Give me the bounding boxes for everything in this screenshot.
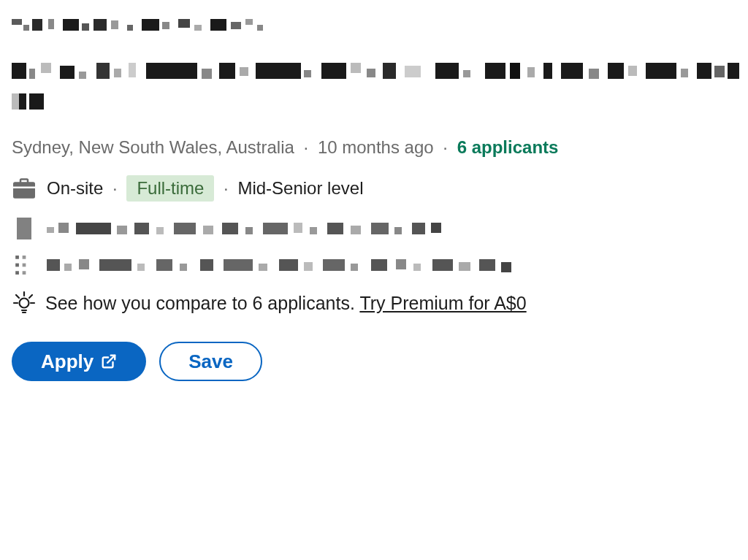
svg-rect-12 xyxy=(194,25,202,31)
svg-rect-27 xyxy=(219,63,235,79)
svg-rect-73 xyxy=(431,223,441,233)
posted-time: 10 months ago xyxy=(318,137,434,157)
job-workplace-row: On-site · Full-time · Mid-Senior level xyxy=(12,175,736,202)
company-info-row xyxy=(12,218,736,239)
separator-dot: · xyxy=(304,137,309,157)
svg-rect-42 xyxy=(561,63,583,79)
svg-rect-28 xyxy=(240,67,248,76)
svg-rect-32 xyxy=(351,63,361,73)
svg-rect-29 xyxy=(256,63,301,79)
svg-rect-100 xyxy=(501,262,511,272)
svg-rect-24 xyxy=(129,63,136,77)
svg-rect-30 xyxy=(304,70,311,77)
svg-rect-61 xyxy=(174,223,196,234)
svg-rect-86 xyxy=(180,264,187,271)
svg-rect-17 xyxy=(12,63,26,79)
svg-rect-34 xyxy=(383,63,396,79)
svg-rect-93 xyxy=(351,264,358,271)
svg-rect-21 xyxy=(79,72,86,79)
svg-rect-31 xyxy=(321,63,346,79)
svg-rect-74 xyxy=(15,256,19,259)
svg-rect-87 xyxy=(200,259,213,271)
svg-rect-7 xyxy=(111,20,118,29)
svg-line-102 xyxy=(29,295,32,298)
svg-rect-20 xyxy=(60,66,75,79)
separator-dot: · xyxy=(443,137,448,157)
job-location: Sydney, New South Wales, Australia xyxy=(12,137,294,157)
svg-rect-96 xyxy=(413,264,421,271)
save-button[interactable]: Save xyxy=(159,342,262,381)
svg-rect-43 xyxy=(589,69,599,79)
separator-dot: · xyxy=(224,178,229,198)
svg-rect-45 xyxy=(628,66,637,76)
svg-rect-79 xyxy=(23,271,26,275)
applicant-count: 6 applicants xyxy=(457,137,559,157)
svg-rect-91 xyxy=(304,262,313,271)
svg-rect-9 xyxy=(142,19,159,31)
svg-rect-39 xyxy=(510,63,520,79)
svg-rect-66 xyxy=(294,223,302,233)
premium-link[interactable]: Try Premium for A$0 xyxy=(359,293,526,313)
svg-rect-37 xyxy=(463,70,470,77)
skills-redacted xyxy=(47,258,514,272)
svg-rect-23 xyxy=(114,69,121,77)
svg-rect-67 xyxy=(310,227,317,234)
company-info-redacted xyxy=(47,221,456,236)
svg-rect-62 xyxy=(203,226,213,234)
svg-rect-90 xyxy=(279,259,298,271)
svg-rect-98 xyxy=(459,262,470,271)
svg-rect-76 xyxy=(15,271,19,275)
apply-button[interactable]: Apply xyxy=(12,342,146,381)
svg-rect-8 xyxy=(127,25,133,31)
workplace-type: On-site xyxy=(47,178,103,198)
svg-rect-94 xyxy=(371,259,387,271)
svg-rect-22 xyxy=(96,63,110,79)
svg-rect-2 xyxy=(32,19,42,31)
svg-rect-59 xyxy=(134,223,149,234)
svg-rect-4 xyxy=(63,19,79,31)
svg-rect-95 xyxy=(396,259,406,269)
job-meta-line: Sydney, New South Wales, Australia · 10 … xyxy=(12,137,736,158)
svg-rect-38 xyxy=(485,63,505,79)
svg-rect-15 xyxy=(245,19,253,25)
svg-rect-68 xyxy=(327,223,343,234)
svg-rect-50 xyxy=(728,63,739,79)
svg-line-109 xyxy=(107,356,115,363)
svg-rect-46 xyxy=(646,63,676,79)
svg-rect-44 xyxy=(608,63,624,79)
list-icon xyxy=(12,256,37,275)
building-icon xyxy=(12,218,37,239)
svg-rect-36 xyxy=(435,63,459,79)
svg-rect-84 xyxy=(137,264,145,271)
job-title-redacted xyxy=(12,63,736,117)
apply-label: Apply xyxy=(41,352,94,371)
svg-rect-80 xyxy=(47,259,60,271)
lightbulb-icon xyxy=(12,291,37,315)
employment-type-pill: Full-time xyxy=(126,175,214,202)
svg-rect-33 xyxy=(367,69,375,77)
svg-point-106 xyxy=(20,299,29,308)
svg-rect-72 xyxy=(412,223,425,234)
premium-text: See how you compare to 6 applicants. xyxy=(45,293,355,313)
save-label: Save xyxy=(188,352,233,371)
svg-rect-64 xyxy=(245,227,253,234)
svg-line-101 xyxy=(16,295,19,298)
svg-rect-1 xyxy=(23,25,29,31)
svg-rect-5 xyxy=(82,23,89,31)
svg-rect-83 xyxy=(99,259,131,271)
svg-rect-82 xyxy=(79,259,89,269)
svg-rect-54 xyxy=(29,93,44,110)
svg-rect-49 xyxy=(714,66,725,77)
svg-rect-77 xyxy=(23,256,26,259)
svg-rect-48 xyxy=(697,63,711,79)
svg-rect-3 xyxy=(48,19,54,29)
svg-rect-75 xyxy=(15,264,19,267)
svg-rect-60 xyxy=(156,227,164,234)
svg-rect-78 xyxy=(23,264,26,267)
svg-rect-81 xyxy=(64,264,72,271)
svg-rect-47 xyxy=(681,69,688,77)
svg-rect-25 xyxy=(146,63,197,79)
svg-rect-53 xyxy=(12,93,19,110)
svg-rect-6 xyxy=(94,19,107,31)
svg-rect-97 xyxy=(432,259,453,271)
